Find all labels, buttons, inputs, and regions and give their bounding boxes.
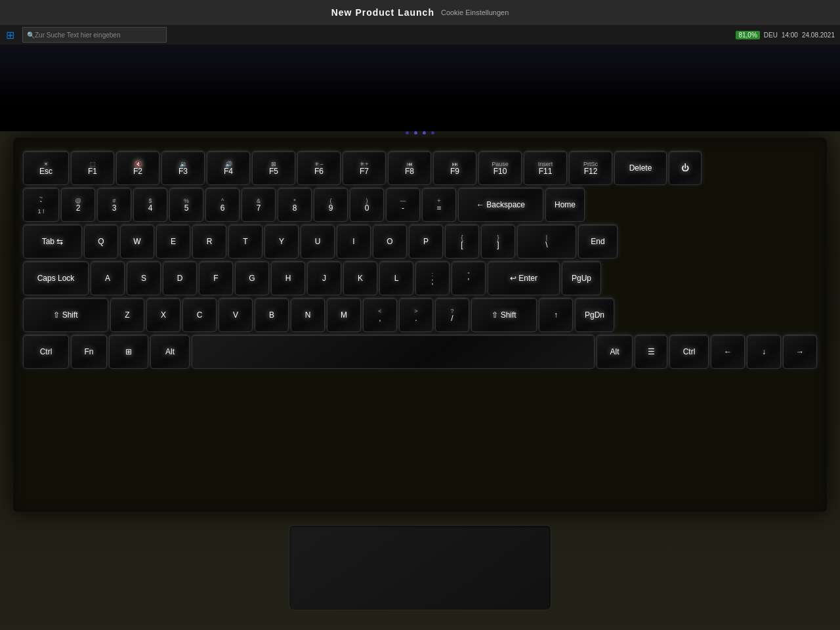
key-8[interactable]: * 8: [278, 188, 312, 222]
key-rbracket[interactable]: } ]: [481, 224, 515, 259]
key-b[interactable]: B: [255, 298, 289, 332]
number-row: ~ ` 1 ! @ 2 # 3 $ 4 % 5: [23, 188, 817, 222]
key-2[interactable]: @ 2: [61, 188, 95, 222]
key-left-shift[interactable]: ⇧ Shift: [23, 298, 108, 332]
key-fn[interactable]: Fn: [71, 335, 107, 369]
key-g[interactable]: G: [235, 261, 269, 295]
key-down-arrow[interactable]: ↓: [747, 335, 781, 369]
key-delete[interactable]: Delete: [614, 151, 667, 185]
key-backspace[interactable]: ← Backspace: [458, 188, 543, 222]
language-indicator: DEU: [764, 32, 778, 39]
key-pgdn[interactable]: PgDn: [575, 298, 614, 332]
key-quote[interactable]: " ': [452, 261, 486, 295]
home-row: Caps Lock A S D F G H J K L : ; " ': [23, 261, 817, 295]
key-minus[interactable]: — -: [386, 188, 420, 222]
key-q[interactable]: Q: [84, 224, 118, 259]
key-up-arrow[interactable]: ↑: [539, 298, 573, 332]
key-p[interactable]: P: [409, 224, 443, 259]
cookie-text: Cookie Einstellungen: [441, 9, 509, 16]
key-tilde[interactable]: ~ ` 1 !: [23, 188, 59, 222]
key-windows[interactable]: ⊞: [109, 335, 148, 369]
key-period[interactable]: > .: [399, 298, 433, 332]
key-u[interactable]: U: [301, 224, 335, 259]
key-l[interactable]: L: [379, 261, 413, 295]
key-v[interactable]: V: [219, 298, 253, 332]
key-f5[interactable]: ⊠ F5: [252, 151, 295, 185]
key-0[interactable]: ) 0: [350, 188, 384, 222]
key-6[interactable]: ^ 6: [205, 188, 240, 222]
key-i[interactable]: I: [337, 224, 371, 259]
laptop-body: New Product Launch Cookie Einstellungen …: [0, 0, 840, 630]
shift-row: ⇧ Shift Z X C V B N M < , > . ?: [23, 298, 817, 332]
key-left-ctrl[interactable]: Ctrl: [23, 335, 69, 369]
key-x[interactable]: X: [146, 298, 180, 332]
key-d[interactable]: D: [163, 261, 197, 295]
key-n[interactable]: N: [291, 298, 325, 332]
search-icon: 🔍: [27, 32, 35, 39]
key-f1[interactable]: ⬚ F1: [71, 151, 114, 185]
function-row: ☀ Esc ⬚ F1 🔇 F2 🔉 F3 🔊 F4: [23, 151, 817, 185]
key-f11[interactable]: Insert F11: [524, 151, 567, 185]
key-f6[interactable]: ✳– F6: [297, 151, 341, 185]
key-end[interactable]: End: [578, 224, 618, 259]
key-7[interactable]: & 7: [242, 188, 276, 222]
trackpad[interactable]: [289, 525, 551, 610]
key-home[interactable]: Home: [545, 188, 585, 222]
key-spacebar[interactable]: [192, 335, 595, 369]
start-button[interactable]: ⊞: [0, 25, 20, 45]
key-c[interactable]: C: [182, 298, 217, 332]
key-left-arrow[interactable]: ←: [711, 335, 745, 369]
key-equals[interactable]: + =: [422, 188, 456, 222]
key-pgup[interactable]: PgUp: [562, 261, 601, 295]
key-t[interactable]: T: [228, 224, 262, 259]
key-f2[interactable]: 🔇 F2: [116, 151, 159, 185]
key-s[interactable]: S: [127, 261, 161, 295]
key-m[interactable]: M: [327, 298, 361, 332]
key-tab[interactable]: Tab ⇆: [23, 224, 82, 259]
taskbar-search[interactable]: 🔍 Zur Suche Text hier eingeben: [22, 27, 167, 43]
key-f[interactable]: F: [199, 261, 233, 295]
key-4[interactable]: $ 4: [133, 188, 167, 222]
key-f10[interactable]: Pause F10: [478, 151, 522, 185]
taskbar-right: 81,0% DEU 14:00 24.08.2021: [736, 31, 840, 39]
led-dots: [406, 131, 434, 135]
key-right-ctrl[interactable]: Ctrl: [669, 335, 709, 369]
key-right-arrow[interactable]: →: [783, 335, 817, 369]
key-backslash[interactable]: | \: [517, 224, 576, 259]
key-h[interactable]: H: [271, 261, 305, 295]
key-lbracket[interactable]: { [: [445, 224, 479, 259]
key-5[interactable]: % 5: [169, 188, 203, 222]
screen-area: New Product Launch Cookie Einstellungen …: [0, 0, 840, 131]
key-esc[interactable]: ☀ Esc: [23, 151, 69, 185]
battery-indicator: 81,0%: [736, 31, 759, 39]
key-f8[interactable]: ⏮ F8: [388, 151, 431, 185]
key-j[interactable]: J: [307, 261, 341, 295]
key-semicolon[interactable]: : ;: [415, 261, 450, 295]
key-e[interactable]: E: [156, 224, 190, 259]
key-power[interactable]: ⏻: [669, 151, 702, 185]
key-r[interactable]: R: [192, 224, 226, 259]
key-slash[interactable]: ? /: [435, 298, 469, 332]
key-f12[interactable]: PrtSc F12: [569, 151, 612, 185]
key-enter[interactable]: ↩ Enter: [488, 261, 560, 295]
key-k[interactable]: K: [343, 261, 377, 295]
led-dot-1: [406, 131, 409, 135]
key-3[interactable]: # 3: [97, 188, 131, 222]
key-f3[interactable]: 🔉 F3: [161, 151, 205, 185]
key-f4[interactable]: 🔊 F4: [207, 151, 250, 185]
key-f7[interactable]: ✳+ F7: [343, 151, 386, 185]
key-z[interactable]: Z: [110, 298, 144, 332]
key-f9[interactable]: ⏭ F9: [433, 151, 476, 185]
key-y[interactable]: Y: [264, 224, 299, 259]
key-o[interactable]: O: [373, 224, 407, 259]
key-capslock[interactable]: Caps Lock: [23, 261, 89, 295]
key-right-alt[interactable]: Alt: [597, 335, 633, 369]
key-comma[interactable]: < ,: [363, 298, 397, 332]
key-a[interactable]: A: [91, 261, 125, 295]
key-right-shift[interactable]: ⇧ Shift: [471, 298, 537, 332]
key-w[interactable]: W: [120, 224, 154, 259]
key-9[interactable]: ( 9: [314, 188, 348, 222]
time-display: 14:00: [782, 32, 798, 39]
key-menu[interactable]: ☰: [635, 335, 667, 369]
key-left-alt[interactable]: Alt: [150, 335, 190, 369]
